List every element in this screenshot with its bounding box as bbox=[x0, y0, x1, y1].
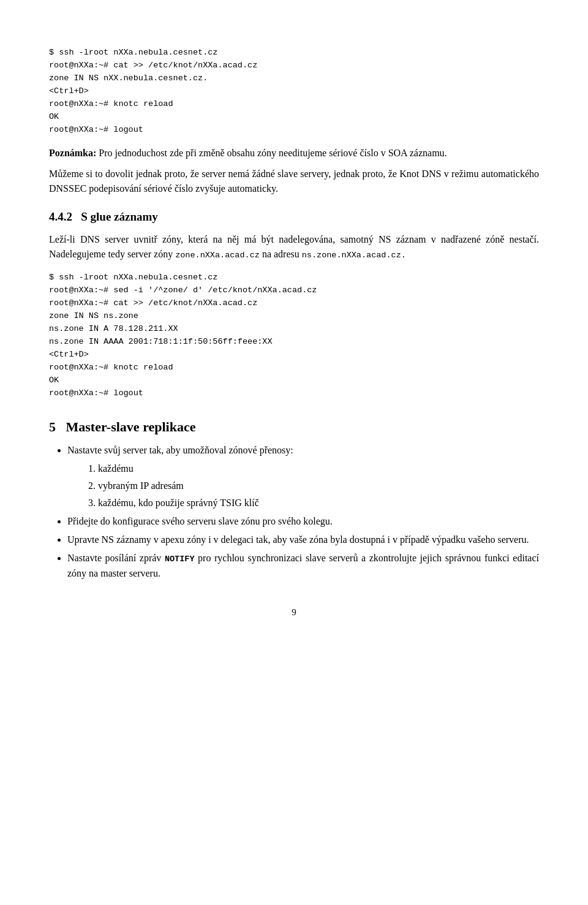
sublist-item-2: vybraným IP adresám bbox=[98, 479, 539, 493]
sublist-item-3: každému, kdo použije správný TSIG klíč bbox=[98, 496, 539, 510]
paragraph-3: Leží-li DNS server uvnitř zóny, která na… bbox=[49, 232, 539, 262]
subsection-heading: 4.4.2 S glue záznamy bbox=[49, 208, 539, 226]
bullet-4-code: NOTIFY bbox=[165, 555, 195, 564]
inline-code-2: ns.zone.nXXa.acad.cz. bbox=[302, 251, 406, 260]
section-5-heading: 5 Master-slave replikace bbox=[49, 417, 539, 437]
note-text: Pro jednoduchost zde při změně obsahu zó… bbox=[96, 148, 447, 158]
bullet-item-3: Upravte NS záznamy v apexu zóny i v dele… bbox=[67, 532, 539, 547]
bullet-item-1: Nastavte svůj server tak, aby umožňoval … bbox=[67, 443, 539, 510]
page-number: 9 bbox=[49, 605, 539, 619]
sublist-item-1: každému bbox=[98, 461, 539, 476]
bullet-item-2: Přidejte do konfigurace svého serveru sl… bbox=[67, 514, 539, 529]
subsection-title: S glue záznamy bbox=[81, 210, 158, 223]
subsection-number: 4.4.2 bbox=[49, 210, 72, 223]
paragraph-3b: na adresu bbox=[260, 249, 302, 259]
code-block-2: $ ssh -lroot nXXa.nebula.cesnet.cz root@… bbox=[49, 271, 539, 399]
paragraph-2: Můžeme si to dovolit jednak proto, že se… bbox=[49, 167, 539, 196]
note-paragraph: Poznámka: Pro jednoduchost zde při změně… bbox=[49, 146, 539, 161]
bullet-1-text: Nastavte svůj server tak, aby umožňoval … bbox=[67, 445, 293, 455]
code-block-1: $ ssh -lroot nXXa.nebula.cesnet.cz root@… bbox=[49, 47, 539, 136]
inline-code-1: zone.nXXa.acad.cz bbox=[175, 251, 260, 260]
section-5-number: 5 bbox=[49, 419, 56, 434]
sub-ordered-list: každému vybraným IP adresám každému, kdo… bbox=[98, 461, 539, 510]
bullet-4-pre: Nastavte posílání zpráv bbox=[67, 553, 165, 563]
note-label: Poznámka: bbox=[49, 148, 96, 158]
bullet-item-4: Nastavte posílání zpráv NOTIFY pro rychl… bbox=[67, 551, 539, 580]
main-bullet-list: Nastavte svůj server tak, aby umožňoval … bbox=[67, 443, 539, 580]
section-5-title: Master-slave replikace bbox=[66, 419, 196, 434]
